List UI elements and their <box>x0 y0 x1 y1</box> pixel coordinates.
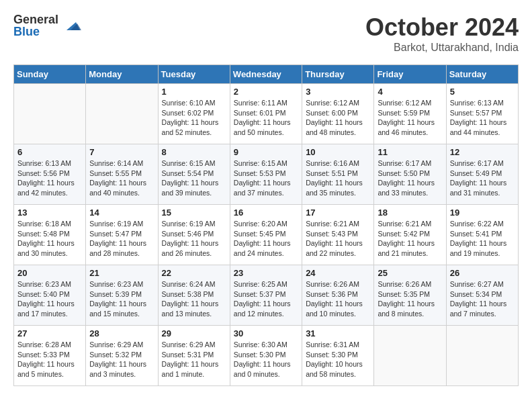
day-info: Sunrise: 6:12 AMSunset: 5:59 PMDaylight:… <box>378 98 442 138</box>
calendar-cell: 18 Sunrise: 6:21 AMSunset: 5:42 PMDaylig… <box>374 205 446 265</box>
weekday-header-friday: Friday <box>374 65 446 84</box>
day-number: 6 <box>17 147 82 157</box>
day-info: Sunrise: 6:17 AMSunset: 5:49 PMDaylight:… <box>450 158 515 198</box>
calendar-cell: 30 Sunrise: 6:30 AMSunset: 5:30 PMDaylig… <box>230 326 302 386</box>
weekday-header-sunday: Sunday <box>14 65 86 84</box>
location: Barkot, Uttarakhand, India <box>365 42 519 54</box>
calendar-cell: 8 Sunrise: 6:15 AMSunset: 5:54 PMDayligh… <box>158 144 230 205</box>
title-section: October 2024 Barkot, Uttarakhand, India <box>365 13 519 54</box>
calendar-cell: 3 Sunrise: 6:12 AMSunset: 6:00 PMDayligh… <box>302 84 374 144</box>
day-info: Sunrise: 6:27 AMSunset: 5:34 PMDaylight:… <box>450 279 515 319</box>
month-title: October 2024 <box>365 13 519 42</box>
day-info: Sunrise: 6:21 AMSunset: 5:42 PMDaylight:… <box>378 219 442 259</box>
calendar-cell <box>374 326 446 386</box>
logo: General Blue <box>13 13 81 38</box>
calendar-cell: 5 Sunrise: 6:13 AMSunset: 5:57 PMDayligh… <box>446 84 518 144</box>
day-number: 5 <box>450 87 515 97</box>
calendar-cell: 20 Sunrise: 6:23 AMSunset: 5:40 PMDaylig… <box>14 265 86 326</box>
day-number: 25 <box>378 268 442 278</box>
day-info: Sunrise: 6:11 AMSunset: 6:01 PMDaylight:… <box>234 98 298 138</box>
day-number: 23 <box>234 268 298 278</box>
day-number: 14 <box>89 208 154 218</box>
day-info: Sunrise: 6:30 AMSunset: 5:30 PMDaylight:… <box>234 340 298 379</box>
day-info: Sunrise: 6:17 AMSunset: 5:50 PMDaylight:… <box>378 158 442 198</box>
day-info: Sunrise: 6:18 AMSunset: 5:48 PMDaylight:… <box>17 219 82 259</box>
calendar-cell: 10 Sunrise: 6:16 AMSunset: 5:51 PMDaylig… <box>302 144 374 205</box>
calendar-cell: 4 Sunrise: 6:12 AMSunset: 5:59 PMDayligh… <box>374 84 446 144</box>
weekday-header-monday: Monday <box>86 65 158 84</box>
day-info: Sunrise: 6:31 AMSunset: 5:30 PMDaylight:… <box>306 340 370 379</box>
calendar-cell: 15 Sunrise: 6:19 AMSunset: 5:46 PMDaylig… <box>158 205 230 265</box>
day-info: Sunrise: 6:16 AMSunset: 5:51 PMDaylight:… <box>306 158 370 198</box>
day-info: Sunrise: 6:15 AMSunset: 5:54 PMDaylight:… <box>162 158 226 198</box>
day-number: 15 <box>162 208 226 218</box>
calendar-cell <box>86 84 158 144</box>
weekday-header-wednesday: Wednesday <box>230 65 302 84</box>
day-info: Sunrise: 6:21 AMSunset: 5:43 PMDaylight:… <box>306 219 370 259</box>
day-number: 31 <box>306 328 370 338</box>
calendar-cell: 23 Sunrise: 6:25 AMSunset: 5:37 PMDaylig… <box>230 265 302 326</box>
day-number: 20 <box>17 268 82 278</box>
calendar-cell: 31 Sunrise: 6:31 AMSunset: 5:30 PMDaylig… <box>302 326 374 386</box>
day-number: 10 <box>306 147 370 157</box>
day-info: Sunrise: 6:12 AMSunset: 6:00 PMDaylight:… <box>306 98 370 138</box>
day-info: Sunrise: 6:23 AMSunset: 5:40 PMDaylight:… <box>17 279 82 319</box>
calendar-week-1: 1 Sunrise: 6:10 AMSunset: 6:02 PMDayligh… <box>14 84 519 144</box>
weekday-header-row: SundayMondayTuesdayWednesdayThursdayFrid… <box>14 65 519 84</box>
calendar-cell: 25 Sunrise: 6:26 AMSunset: 5:35 PMDaylig… <box>374 265 446 326</box>
day-info: Sunrise: 6:26 AMSunset: 5:35 PMDaylight:… <box>378 279 442 319</box>
day-number: 18 <box>378 208 442 218</box>
day-number: 12 <box>450 147 515 157</box>
day-number: 2 <box>234 87 298 97</box>
day-number: 29 <box>162 328 226 338</box>
day-number: 24 <box>306 268 370 278</box>
day-number: 1 <box>162 87 226 97</box>
calendar-cell: 2 Sunrise: 6:11 AMSunset: 6:01 PMDayligh… <box>230 84 302 144</box>
day-number: 9 <box>234 147 298 157</box>
day-number: 7 <box>89 147 154 157</box>
day-number: 8 <box>162 147 226 157</box>
day-info: Sunrise: 6:23 AMSunset: 5:39 PMDaylight:… <box>89 279 154 319</box>
page-header: General Blue October 2024 Barkot, Uttara… <box>13 13 519 54</box>
day-number: 17 <box>306 208 370 218</box>
calendar-week-2: 6 Sunrise: 6:13 AMSunset: 5:56 PMDayligh… <box>14 144 519 205</box>
day-info: Sunrise: 6:28 AMSunset: 5:33 PMDaylight:… <box>17 340 82 379</box>
calendar-cell: 26 Sunrise: 6:27 AMSunset: 5:34 PMDaylig… <box>446 265 518 326</box>
calendar-cell: 1 Sunrise: 6:10 AMSunset: 6:02 PMDayligh… <box>158 84 230 144</box>
calendar-cell: 14 Sunrise: 6:19 AMSunset: 5:47 PMDaylig… <box>86 205 158 265</box>
logo-icon <box>61 15 81 36</box>
day-number: 4 <box>378 87 442 97</box>
day-info: Sunrise: 6:10 AMSunset: 6:02 PMDaylight:… <box>162 98 226 138</box>
calendar-cell: 7 Sunrise: 6:14 AMSunset: 5:55 PMDayligh… <box>86 144 158 205</box>
calendar-cell: 24 Sunrise: 6:26 AMSunset: 5:36 PMDaylig… <box>302 265 374 326</box>
day-number: 13 <box>17 208 82 218</box>
calendar-cell: 16 Sunrise: 6:20 AMSunset: 5:45 PMDaylig… <box>230 205 302 265</box>
calendar-cell: 21 Sunrise: 6:23 AMSunset: 5:39 PMDaylig… <box>86 265 158 326</box>
weekday-header-saturday: Saturday <box>446 65 518 84</box>
day-info: Sunrise: 6:22 AMSunset: 5:41 PMDaylight:… <box>450 219 515 259</box>
day-info: Sunrise: 6:13 AMSunset: 5:56 PMDaylight:… <box>17 158 82 198</box>
logo-blue: Blue <box>13 26 58 38</box>
weekday-header-tuesday: Tuesday <box>158 65 230 84</box>
day-info: Sunrise: 6:26 AMSunset: 5:36 PMDaylight:… <box>306 279 370 319</box>
day-number: 19 <box>450 208 515 218</box>
calendar-week-4: 20 Sunrise: 6:23 AMSunset: 5:40 PMDaylig… <box>14 265 519 326</box>
calendar-cell: 19 Sunrise: 6:22 AMSunset: 5:41 PMDaylig… <box>446 205 518 265</box>
day-number: 27 <box>17 328 82 338</box>
calendar-cell: 29 Sunrise: 6:29 AMSunset: 5:31 PMDaylig… <box>158 326 230 386</box>
calendar-table: SundayMondayTuesdayWednesdayThursdayFrid… <box>13 64 519 386</box>
calendar-cell: 22 Sunrise: 6:24 AMSunset: 5:38 PMDaylig… <box>158 265 230 326</box>
day-number: 21 <box>89 268 154 278</box>
day-number: 22 <box>162 268 226 278</box>
calendar-cell: 11 Sunrise: 6:17 AMSunset: 5:50 PMDaylig… <box>374 144 446 205</box>
day-info: Sunrise: 6:25 AMSunset: 5:37 PMDaylight:… <box>234 279 298 319</box>
calendar-week-5: 27 Sunrise: 6:28 AMSunset: 5:33 PMDaylig… <box>14 326 519 386</box>
calendar-cell: 27 Sunrise: 6:28 AMSunset: 5:33 PMDaylig… <box>14 326 86 386</box>
day-number: 30 <box>234 328 298 338</box>
calendar-cell: 9 Sunrise: 6:15 AMSunset: 5:53 PMDayligh… <box>230 144 302 205</box>
calendar-cell: 28 Sunrise: 6:29 AMSunset: 5:32 PMDaylig… <box>86 326 158 386</box>
day-info: Sunrise: 6:20 AMSunset: 5:45 PMDaylight:… <box>234 219 298 259</box>
calendar-cell <box>446 326 518 386</box>
day-info: Sunrise: 6:15 AMSunset: 5:53 PMDaylight:… <box>234 158 298 198</box>
day-info: Sunrise: 6:14 AMSunset: 5:55 PMDaylight:… <box>89 158 154 198</box>
